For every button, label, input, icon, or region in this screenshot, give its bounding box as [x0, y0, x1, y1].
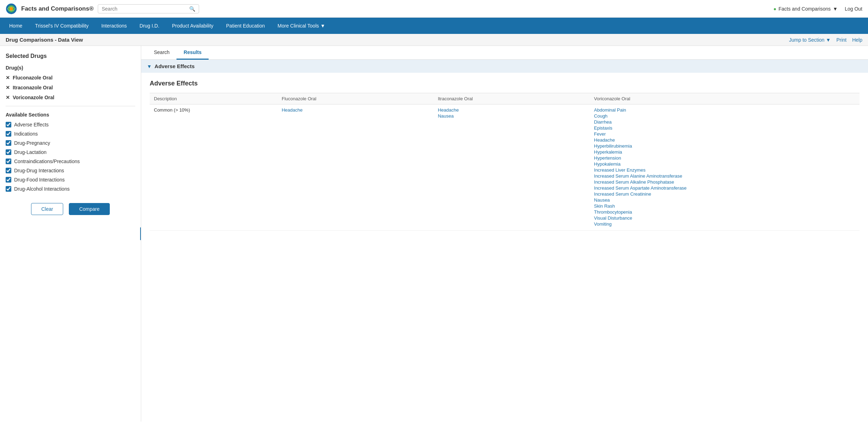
cell-fluconazole: Headache: [277, 105, 433, 231]
remove-itraconazole-button[interactable]: ✕: [6, 85, 10, 90]
drug-effect-link[interactable]: Hypertension: [594, 155, 855, 161]
section-item-adverse-effects: Adverse Effects: [6, 122, 135, 127]
section-label-indications: Indications: [14, 131, 38, 137]
chevron-down-icon: ▼: [147, 64, 152, 69]
table-row: Common (> 10%)HeadacheHeadacheNauseaAbdo…: [150, 105, 860, 231]
top-bar-left: Facts and Comparisons® 🔍: [6, 3, 199, 14]
drug-effect-link[interactable]: Nausea: [438, 113, 585, 119]
section-header-adverse-effects[interactable]: ▼ Adverse Effects: [141, 60, 868, 73]
remove-voriconazole-button[interactable]: ✕: [6, 95, 10, 100]
print-button[interactable]: Print: [836, 37, 846, 43]
section-item-indications: Indications: [6, 131, 135, 137]
available-sections-title: Available Sections: [6, 112, 135, 118]
app-logo: [6, 3, 17, 14]
drug-effect-link[interactable]: Abdominal Pain: [594, 107, 855, 113]
chevron-down-icon: ▼: [826, 37, 831, 43]
section-checkbox-drug-alcohol[interactable]: [6, 186, 11, 192]
tab-results[interactable]: Results: [176, 46, 209, 60]
drug-effect-link[interactable]: Increased Serum Alanine Aminotransferase: [594, 173, 855, 179]
drug-effect-link[interactable]: Thrombocytopenia: [594, 209, 855, 215]
section-item-drug-drug: Drug-Drug Interactions: [6, 168, 135, 173]
drug-effect-link[interactable]: Headache: [438, 107, 585, 113]
content-area: Search Results ▼ Adverse Effects Adverse…: [141, 46, 868, 422]
nav-item-trissel[interactable]: Trissel's IV Compatibility: [29, 18, 95, 34]
tab-search[interactable]: Search: [147, 46, 176, 60]
top-bar: Facts and Comparisons® 🔍 ● Facts and Com…: [0, 0, 868, 18]
drug-effect-link[interactable]: Vomiting: [594, 221, 855, 227]
logout-button[interactable]: Log Out: [845, 6, 862, 12]
app-title: Facts and Comparisons®: [21, 5, 94, 12]
nav-item-product-availability[interactable]: Product Availability: [166, 18, 220, 34]
svg-point-2: [10, 7, 13, 11]
cell-voriconazole: Abdominal PainCoughDiarrheaEpistaxisFeve…: [590, 105, 860, 231]
drug-effect-link[interactable]: Increased Liver Enzymes: [594, 167, 855, 173]
sidebar-actions: Clear Compare: [6, 203, 135, 215]
remove-fluconazole-button[interactable]: ✕: [6, 75, 10, 81]
drug-effect-link[interactable]: Cough: [594, 113, 855, 119]
chevron-down-icon: ▼: [321, 23, 325, 29]
drug-item-voriconazole: ✕ Voriconazole Oral: [6, 95, 135, 100]
section-label-drug-alcohol: Drug-Alcohol Interactions: [14, 186, 70, 192]
nav-item-patient-education[interactable]: Patient Education: [220, 18, 271, 34]
section-header-label: Adverse Effects: [155, 63, 194, 69]
drug-effect-link[interactable]: Fever: [594, 131, 855, 137]
section-label-drug-drug: Drug-Drug Interactions: [14, 168, 64, 173]
top-bar-right: ● Facts and Comparisons ▼ Log Out: [773, 6, 862, 12]
section-label-drug-food: Drug-Food Interactions: [14, 177, 65, 183]
drug-effect-link[interactable]: Visual Disturbance: [594, 215, 855, 221]
nav-item-interactions[interactable]: Interactions: [95, 18, 133, 34]
chevron-down-icon: ▼: [833, 6, 838, 12]
section-label-drug-pregnancy: Drug-Pregnancy: [14, 140, 50, 146]
drug-item-fluconazole: ✕ Fluconazole Oral: [6, 75, 135, 81]
section-label-contraindications: Contraindications/Precautions: [14, 159, 80, 164]
drug-effect-link[interactable]: Hyperkalemia: [594, 149, 855, 155]
sidebar-collapse-button[interactable]: ‹: [140, 227, 141, 240]
section-label-drug-lactation: Drug-Lactation: [14, 149, 47, 155]
nav-item-more-clinical-tools[interactable]: More Clinical Tools ▼: [271, 18, 331, 34]
nav-item-drug-id[interactable]: Drug I.D.: [133, 18, 166, 34]
drug-name-fluconazole: Fluconazole Oral: [13, 75, 53, 81]
more-tools-label: More Clinical Tools: [277, 23, 319, 29]
section-label-adverse-effects: Adverse Effects: [14, 122, 49, 127]
jump-to-section-button[interactable]: Jump to Section ▼: [789, 37, 831, 43]
search-bar[interactable]: 🔍: [98, 4, 199, 13]
section-checkbox-drug-pregnancy[interactable]: [6, 140, 11, 146]
section-item-drug-pregnancy: Drug-Pregnancy: [6, 140, 135, 146]
section-checkbox-drug-drug[interactable]: [6, 168, 11, 173]
drug-effect-link[interactable]: Diarrhea: [594, 119, 855, 125]
drug-effect-link[interactable]: Increased Serum Creatinine: [594, 191, 855, 197]
drug-effect-link[interactable]: Headache: [282, 107, 429, 113]
account-link[interactable]: ● Facts and Comparisons ▼: [773, 6, 838, 12]
drug-item-itraconazole: ✕ Itraconazole Oral: [6, 85, 135, 90]
drug-effect-link[interactable]: Increased Serum Alkaline Phosphatase: [594, 179, 855, 185]
drug-effect-link[interactable]: Headache: [594, 137, 855, 143]
cell-description: Common (> 10%): [150, 105, 277, 231]
tabs: Search Results: [141, 46, 868, 60]
col-header-fluconazole: Fluconazole Oral: [277, 93, 433, 105]
nav-bar: Home Trissel's IV Compatibility Interact…: [0, 18, 868, 34]
section-checkbox-adverse-effects[interactable]: [6, 122, 11, 127]
section-item-drug-food: Drug-Food Interactions: [6, 177, 135, 183]
drug-name-voriconazole: Voriconazole Oral: [13, 95, 54, 100]
section-checkbox-indications[interactable]: [6, 131, 11, 137]
drug-effect-link[interactable]: Increased Serum Aspartate Aminotransfera…: [594, 185, 855, 191]
page-title: Drug Comparisons - Data View: [6, 37, 83, 43]
drug-effect-link[interactable]: Hypokalemia: [594, 161, 855, 167]
comparison-table: Description Fluconazole Oral Itraconazol…: [150, 93, 860, 231]
section-checkbox-drug-lactation[interactable]: [6, 149, 11, 155]
drug-effect-link[interactable]: Nausea: [594, 197, 855, 203]
section-checkbox-drug-food[interactable]: [6, 177, 11, 183]
adverse-effects-title: Adverse Effects: [150, 80, 860, 87]
drug-effect-link[interactable]: Hyperbilirubinemia: [594, 143, 855, 149]
drug-effect-link[interactable]: Skin Rash: [594, 203, 855, 209]
help-button[interactable]: Help: [852, 37, 862, 43]
section-checkbox-contraindications[interactable]: [6, 159, 11, 164]
compare-button[interactable]: Compare: [69, 203, 110, 215]
clear-button[interactable]: Clear: [31, 203, 63, 215]
search-input[interactable]: [102, 6, 186, 12]
drug-name-itraconazole: Itraconazole Oral: [13, 85, 53, 90]
nav-item-home[interactable]: Home: [3, 18, 29, 34]
col-header-voriconazole: Voriconazole Oral: [590, 93, 860, 105]
main-layout: Selected Drugs Drug(s) ✕ Fluconazole Ora…: [0, 46, 868, 422]
drug-effect-link[interactable]: Epistaxis: [594, 125, 855, 131]
